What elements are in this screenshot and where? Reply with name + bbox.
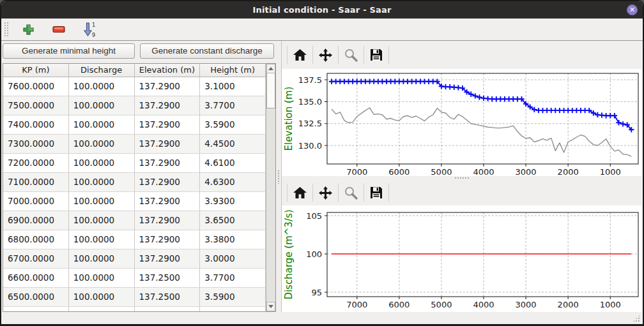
table-cell[interactable]: 137.2900	[135, 192, 201, 211]
table-cell[interactable]: 3.1000	[200, 77, 266, 96]
table-row[interactable]: 7500.0000100.0000137.29003.7700	[3, 96, 266, 115]
table-cell[interactable]: 137.2500	[135, 269, 201, 288]
table-cell[interactable]: 137.2900	[135, 135, 201, 154]
column-header[interactable]: KP (m)	[3, 64, 69, 77]
table-cell[interactable]: 100.0000	[69, 230, 135, 249]
right-panel: 7000600050004000300020001000137.5135.013…	[281, 41, 643, 312]
table-cell[interactable]: 3.3800	[200, 230, 266, 249]
table-cell[interactable]: 7200.0000	[3, 154, 69, 173]
table-cell[interactable]: 137.2900	[135, 77, 201, 96]
table-cell[interactable]: 100.0000	[69, 192, 135, 211]
scrollbar-up-button[interactable]	[266, 64, 275, 73]
table-cell[interactable]: 3.5900	[200, 115, 266, 135]
table-cell[interactable]: 7100.0000	[3, 173, 69, 192]
table-row[interactable]: 6800.0000100.0000137.29003.3800	[3, 230, 266, 249]
panel-splitter[interactable]	[276, 41, 281, 312]
table-row[interactable]: 6500.0000100.0000137.25003.5900	[3, 288, 266, 307]
table-cell[interactable]: 6800.0000	[3, 230, 69, 249]
table-row[interactable]: 7000.0000100.0000137.29003.9300	[3, 192, 266, 211]
table-cell[interactable]: 3.5900	[200, 288, 266, 307]
table-row[interactable]: 6900.0000100.0000137.29003.6500	[3, 211, 266, 230]
table-cell[interactable]: 3.6500	[200, 211, 266, 230]
save-button[interactable]	[364, 186, 388, 200]
pan-button[interactable]	[313, 186, 338, 200]
svg-text:3000: 3000	[516, 300, 537, 309]
svg-text:1000: 1000	[600, 167, 621, 176]
svg-text:135.0: 135.0	[298, 97, 322, 107]
column-header[interactable]: Height (m)	[200, 64, 266, 77]
add-row-button[interactable]	[22, 24, 34, 36]
table-scrollbar[interactable]	[266, 64, 275, 311]
table-cell[interactable]: 100.0000	[69, 154, 135, 173]
table-cell[interactable]: 3.0000	[200, 249, 266, 269]
home-button[interactable]	[288, 48, 312, 62]
save-button[interactable]	[364, 48, 388, 62]
table-cell[interactable]: 6700.0000	[3, 249, 69, 269]
table-cell[interactable]: 100.0000	[69, 249, 135, 269]
column-header[interactable]: Elevation (m)	[135, 64, 201, 77]
table-cell[interactable]: 7600.0000	[3, 77, 69, 96]
close-button[interactable]: ✕	[627, 4, 638, 15]
zoom-rect-button[interactable]	[339, 186, 364, 200]
table-cell[interactable]: 137.2900	[135, 96, 201, 115]
table-row[interactable]: 6700.0000100.0000137.29003.0000	[3, 249, 266, 269]
table-cell[interactable]: 100.0000	[69, 115, 135, 135]
table-cell[interactable]: 137.2900	[135, 115, 201, 135]
table-cell[interactable]: 137.2900	[135, 154, 201, 173]
generate-constant-discharge-button[interactable]: Generate constant discharge	[140, 43, 274, 59]
scrollbar-thumb[interactable]	[266, 73, 275, 108]
table-cell[interactable]: 137.2900	[135, 230, 201, 249]
table-cell[interactable]: 137.2500	[135, 288, 201, 307]
table-cell[interactable]: 7500.0000	[3, 96, 69, 115]
table-cell[interactable]: 6600.0000	[3, 269, 69, 288]
remove-row-button[interactable]	[52, 26, 65, 33]
table-cell[interactable]: 100.0000	[69, 77, 135, 96]
initial-condition-table: KP (m)Discharge (m³/s)Elevation (m)Heigh…	[3, 63, 276, 312]
table-row[interactable]: 7100.0000100.0000137.29004.6300	[3, 173, 266, 192]
zoom-rect-button[interactable]	[339, 48, 364, 63]
table-row[interactable]: 7600.0000100.0000137.29003.1000	[3, 77, 266, 96]
table-cell[interactable]: 137.2900	[135, 173, 201, 192]
table-cell[interactable]: 6900.0000	[3, 211, 69, 230]
table-cell[interactable]: 7400.0000	[3, 115, 69, 135]
table-cell[interactable]: 100.0000	[69, 96, 135, 115]
column-header[interactable]: Discharge (m³/s)	[69, 64, 135, 77]
table-row[interactable]: 7300.0000100.0000137.29004.4500	[3, 135, 266, 154]
table-cell[interactable]: 3.7700	[200, 269, 266, 288]
svg-text:6000: 6000	[388, 300, 410, 309]
table-row[interactable]: 7200.0000100.0000137.29004.6100	[3, 154, 266, 173]
pan-button[interactable]	[313, 48, 338, 63]
generate-minimal-height-button[interactable]: Generate minimal height	[3, 43, 135, 59]
table-cell[interactable]: 100.0000	[69, 288, 135, 307]
svg-text:137.5: 137.5	[298, 75, 322, 85]
elevation-chart-canvas[interactable]: 7000600050004000300020001000137.5135.013…	[282, 69, 641, 176]
table-cell[interactable]: 4.6100	[200, 154, 266, 173]
table-cell[interactable]: 137.2900	[135, 249, 201, 269]
table-cell[interactable]: 100.0000	[69, 269, 135, 288]
sort-rows-button[interactable]: 1 9	[83, 22, 97, 38]
close-icon: ✕	[629, 6, 635, 14]
discharge-chart-canvas[interactable]: 700060005000400030002000100010510095Disc…	[282, 205, 641, 313]
table-cell[interactable]: 6500.0000	[3, 288, 69, 307]
table-cell[interactable]: 4.4500	[200, 135, 266, 154]
scroll-up-icon	[268, 67, 273, 70]
table-cell[interactable]: 137.2900	[135, 211, 201, 230]
table-cell[interactable]: 7000.0000	[3, 192, 69, 211]
home-button[interactable]	[288, 186, 312, 200]
toolbar-drag-handle[interactable]	[4, 22, 8, 37]
table-cell[interactable]: 100.0000	[69, 173, 135, 192]
table-cell[interactable]: 7300.0000	[3, 135, 69, 154]
table-cell[interactable]: 3.7700	[200, 96, 266, 115]
content: Generate minimal height Generate constan…	[1, 41, 643, 312]
resize-grip-icon[interactable]	[632, 315, 640, 322]
table-cell[interactable]: 100.0000	[69, 211, 135, 230]
table-row[interactable]: 6600.0000100.0000137.25003.7700	[3, 269, 266, 288]
scrollbar-track[interactable]	[266, 73, 275, 302]
svg-text:4000: 4000	[473, 167, 494, 176]
scrollbar-down-button[interactable]	[266, 302, 275, 311]
table-row[interactable]: 7400.0000100.0000137.29003.5900	[3, 115, 266, 135]
table-cell[interactable]: 3.9300	[200, 192, 266, 211]
table-cell[interactable]: 100.0000	[69, 135, 135, 154]
home-icon	[293, 48, 307, 62]
table-cell[interactable]: 4.6300	[200, 173, 266, 192]
